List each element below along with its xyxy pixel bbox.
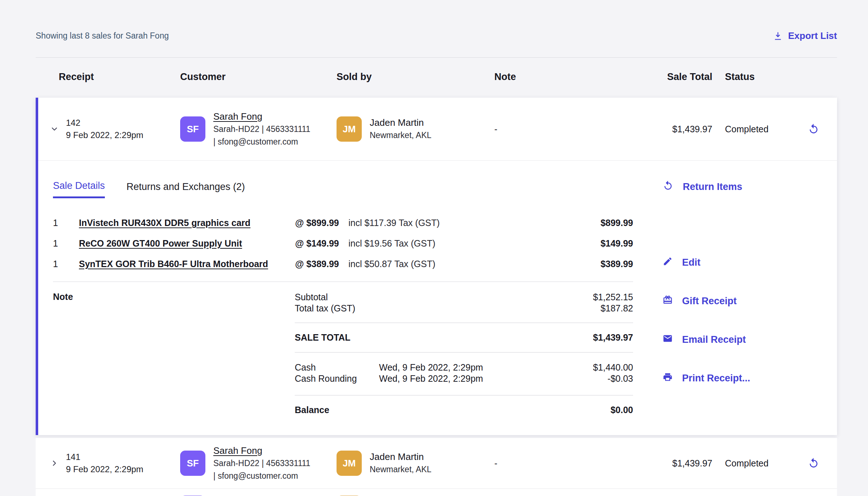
payment-amount: $1,440.00: [593, 362, 633, 373]
printer-icon: [663, 372, 673, 385]
sale-detail-panel: Sale Details Returns and Exchanges (2) 1…: [38, 161, 837, 435]
tax-label: Total tax (GST): [295, 303, 355, 314]
customer-email: | sfong@customer.com: [213, 136, 310, 147]
tax-row: Total tax (GST) $187.82: [295, 303, 633, 314]
action-list: Edit Gift Receipt Email Receipt: [663, 256, 864, 385]
email-receipt-button[interactable]: Email Receipt: [663, 333, 864, 346]
sale-row-141[interactable]: 141 9 Feb 2022, 2:29pm SF Sarah Fong Sar…: [36, 438, 837, 488]
return-icon[interactable]: [797, 123, 830, 135]
results-summary: Showing last 8 sales for Sarah Fong: [36, 31, 169, 41]
sold-by-info: Jaden Martin Newmarket, AKL: [370, 451, 431, 475]
topbar: Showing last 8 sales for Sarah Fong Expo…: [36, 0, 837, 58]
edit-label: Edit: [682, 257, 700, 268]
download-icon: [773, 31, 783, 41]
chevron-down-icon[interactable]: [43, 125, 66, 133]
column-receipt: Receipt: [59, 71, 180, 83]
item-tax: incl $19.56 Tax (GST): [348, 238, 557, 249]
totals-section: Note Subtotal $1,252.15 Total tax (GST) …: [53, 282, 633, 415]
gift-receipt-button[interactable]: Gift Receipt: [663, 295, 864, 307]
customer-name-link[interactable]: Sarah Fong: [213, 445, 310, 456]
detail-actions: Return Items Edit Gift Receipt: [663, 161, 864, 385]
customer-avatar: SF: [180, 116, 205, 142]
receipt-number: 142: [66, 117, 180, 129]
payment-method: Cash Rounding: [295, 373, 379, 384]
export-list-label: Export List: [788, 30, 837, 41]
customer-code-phone: Sarah-HD22 | 4563331111: [213, 458, 310, 469]
payment-method: Cash: [295, 362, 379, 373]
customer-avatar: SF: [180, 451, 205, 476]
receipt-date: 9 Feb 2022, 2:29pm: [66, 129, 180, 141]
edit-button[interactable]: Edit: [663, 256, 864, 269]
item-name-link[interactable]: InVistech RUR430X DDR5 graphics card: [79, 218, 295, 228]
receipt-cell: 142 9 Feb 2022, 2:29pm: [66, 117, 180, 141]
status-cell: Completed: [712, 458, 797, 469]
sales-history-page: Showing last 8 sales for Sarah Fong Expo…: [0, 0, 868, 496]
sold-by-location: Newmarket, AKL: [370, 464, 431, 475]
header-actions-spacer: [797, 71, 830, 83]
sale-row-partial[interactable]: [36, 489, 837, 496]
print-receipt-label: Print Receipt...: [682, 373, 750, 384]
customer-info: Sarah Fong Sarah-HD22 | 4563331111 | sfo…: [213, 111, 310, 147]
note-cell: -: [494, 124, 593, 134]
customer-name-link[interactable]: Sarah Fong: [213, 111, 310, 122]
envelope-icon: [663, 333, 673, 346]
balance-value: $0.00: [610, 405, 633, 415]
item-qty: 1: [53, 259, 79, 269]
item-name-link[interactable]: SynTEX GOR Trib B460-F Ultra Motherboard: [79, 259, 295, 269]
column-sold-by: Sold by: [337, 71, 494, 83]
item-unit-price: @ $899.99: [295, 218, 348, 228]
sold-by-location: Newmarket, AKL: [370, 130, 431, 141]
sale-detail-content: Sale Details Returns and Exchanges (2) 1…: [53, 161, 633, 415]
item-unit-price: @ $389.99: [295, 259, 348, 269]
column-sale-total: Sale Total: [593, 71, 712, 83]
pencil-icon: [663, 256, 673, 269]
sold-by-info: Jaden Martin Newmarket, AKL: [370, 117, 431, 141]
detail-tabs: Sale Details Returns and Exchanges (2): [53, 161, 633, 198]
item-tax: incl $50.87 Tax (GST): [348, 259, 557, 269]
item-total: $899.99: [557, 218, 633, 228]
item-name-link[interactable]: ReCO 260W GT400 Power Supply Unit: [79, 238, 295, 249]
sold-by-name: Jaden Martin: [370, 451, 431, 462]
gift-receipt-label: Gift Receipt: [682, 296, 737, 307]
line-items: 1 InVistech RUR430X DDR5 graphics card @…: [53, 213, 633, 274]
receipt-date: 9 Feb 2022, 2:29pm: [66, 463, 180, 475]
balance-label: Balance: [295, 405, 329, 415]
receipt-cell: 141 9 Feb 2022, 2:29pm: [66, 451, 180, 475]
payment-date: Wed, 9 Feb 2022, 2:29pm: [379, 362, 593, 373]
return-icon[interactable]: [797, 457, 830, 469]
customer-code-phone: Sarah-HD22 | 4563331111: [213, 124, 310, 135]
receipt-number: 141: [66, 451, 180, 463]
sale-summary: Subtotal $1,252.15 Total tax (GST) $187.…: [295, 282, 633, 415]
sale-card-142: 142 9 Feb 2022, 2:29pm SF Sarah Fong Sar…: [36, 98, 837, 435]
note-cell: -: [494, 458, 593, 469]
status-cell: Completed: [712, 124, 797, 134]
return-items-button[interactable]: Return Items: [663, 180, 742, 194]
subtotal-value: $1,252.15: [593, 292, 633, 303]
customer-email: | sfong@customer.com: [213, 470, 310, 482]
sale-total-cell: $1,439.97: [593, 124, 712, 134]
sale-total-value: $1,439.97: [593, 332, 633, 343]
tab-returns-exchanges[interactable]: Returns and Exchanges (2): [126, 180, 245, 198]
payment-row: Cash Rounding Wed, 9 Feb 2022, 2:29pm -$…: [295, 373, 633, 384]
sold-by-cell: JM Jaden Martin Newmarket, AKL: [337, 451, 494, 476]
sold-by-name: Jaden Martin: [370, 117, 431, 128]
note-label: Note: [53, 282, 295, 415]
line-item: 1 InVistech RUR430X DDR5 graphics card @…: [53, 213, 633, 233]
sale-row-142[interactable]: 142 9 Feb 2022, 2:29pm SF Sarah Fong Sar…: [38, 98, 837, 161]
line-item: 1 SynTEX GOR Trib B460-F Ultra Motherboa…: [53, 254, 633, 274]
subtotal-row: Subtotal $1,252.15: [295, 292, 633, 303]
item-unit-price: @ $149.99: [295, 238, 348, 249]
chevron-right-icon[interactable]: [43, 459, 66, 468]
item-qty: 1: [53, 238, 79, 249]
subtotal-label: Subtotal: [295, 292, 328, 303]
print-receipt-button[interactable]: Print Receipt...: [663, 372, 864, 385]
email-receipt-label: Email Receipt: [682, 334, 746, 345]
tax-value: $187.82: [601, 303, 633, 314]
column-status: Status: [712, 71, 797, 83]
sale-card-141: 141 9 Feb 2022, 2:29pm SF Sarah Fong Sar…: [36, 438, 837, 496]
balance-row: Balance $0.00: [295, 395, 633, 415]
export-list-button[interactable]: Export List: [773, 30, 837, 41]
sold-by-cell: JM Jaden Martin Newmarket, AKL: [337, 116, 494, 142]
tab-sale-details[interactable]: Sale Details: [53, 180, 105, 198]
payment-date: Wed, 9 Feb 2022, 2:29pm: [379, 373, 607, 384]
